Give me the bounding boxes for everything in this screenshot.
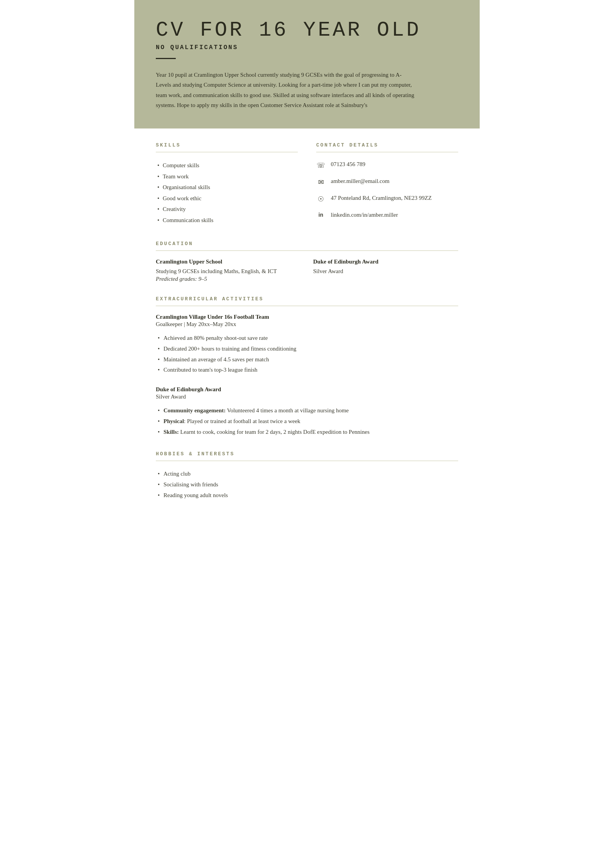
- award-detail: Silver Award: [313, 267, 458, 276]
- activities-container: Cramlington Village Under 16s Football T…: [156, 314, 458, 437]
- award-block: Duke of Edinburgh Award Silver Award: [313, 259, 458, 282]
- extracurricular-title: EXTRACURRICULAR ACTIVITIES: [156, 296, 458, 302]
- bullet-item: Maintained an average of 4.5 saves per m…: [156, 354, 458, 365]
- skill-item: Communication skills: [156, 215, 298, 226]
- hobby-item: Socialising with friends: [156, 479, 458, 490]
- header-bio: Year 10 pupil at Cramlington Upper Schoo…: [156, 70, 417, 110]
- activity-bullets: Community engagement: Volunteered 4 time…: [156, 405, 458, 437]
- award-name: Duke of Edinburgh Award: [313, 259, 458, 265]
- education-title: EDUCATION: [156, 241, 458, 247]
- school-block: Cramlington Upper School Studying 9 GCSE…: [156, 259, 301, 282]
- hobbies-title: HOBBIES & INTERESTS: [156, 451, 458, 457]
- skills-divider: [156, 152, 298, 152]
- skill-item: Team work: [156, 171, 298, 182]
- address-value: 47 Ponteland Rd, Cramlington, NE23 99ZZ: [331, 194, 432, 203]
- extracurricular-section: EXTRACURRICULAR ACTIVITIES Cramlington V…: [156, 296, 458, 437]
- predicted-grades: Predicted grades: 9–5: [156, 276, 301, 282]
- header-subtitle: NO QUALIFICATIONS: [156, 44, 458, 51]
- header-divider: [156, 58, 176, 59]
- linkedin-value: linkedin.com/in/amber.miller: [331, 211, 398, 219]
- contact-section: CONTACT DETAILS ☏ 07123 456 789 ✉ amber.…: [316, 142, 458, 226]
- bullet-item: Achieved an 80% penalty shoot-out save r…: [156, 333, 458, 344]
- email-icon: ✉: [316, 177, 325, 188]
- activity-bullets: Achieved an 80% penalty shoot-out save r…: [156, 333, 458, 376]
- linkedin-icon: in: [316, 211, 325, 219]
- activity-block: Cramlington Village Under 16s Football T…: [156, 314, 458, 376]
- skill-item: Organisational skills: [156, 182, 298, 193]
- education-divider: [156, 250, 458, 251]
- hobby-item: Reading young adult novels: [156, 490, 458, 501]
- header-section: CV FOR 16 YEAR OLD NO QUALIFICATIONS Yea…: [134, 0, 480, 128]
- education-section: EDUCATION Cramlington Upper School Study…: [156, 241, 458, 282]
- contact-divider: [316, 152, 458, 152]
- contact-title: CONTACT DETAILS: [316, 142, 458, 148]
- activity-org: Duke of Edinburgh Award: [156, 386, 458, 393]
- bullet-item: Community engagement: Volunteered 4 time…: [156, 405, 458, 416]
- page-title: CV FOR 16 YEAR OLD: [156, 18, 458, 42]
- skills-title: SKILLS: [156, 142, 298, 148]
- skills-section: SKILLS Computer skillsTeam workOrganisat…: [156, 142, 298, 226]
- phone-icon: ☏: [316, 160, 325, 171]
- contact-phone: ☏ 07123 456 789: [316, 160, 458, 171]
- phone-value: 07123 456 789: [331, 160, 365, 169]
- main-content: SKILLS Computer skillsTeam workOrganisat…: [134, 128, 480, 536]
- skills-contact-row: SKILLS Computer skillsTeam workOrganisat…: [156, 142, 458, 226]
- bullet-item: Skills: Learnt to cook, cooking for team…: [156, 427, 458, 438]
- skill-item: Computer skills: [156, 160, 298, 171]
- hobbies-divider: [156, 461, 458, 461]
- skills-list: Computer skillsTeam workOrganisational s…: [156, 160, 298, 226]
- email-value: amber.miller@email.com: [331, 177, 390, 186]
- bullet-item: Physical: Played or trained at football …: [156, 416, 458, 427]
- hobby-item: Acting club: [156, 469, 458, 479]
- bullet-item: Dedicated 200+ hours to training and fit…: [156, 344, 458, 354]
- contact-linkedin: in linkedin.com/in/amber.miller: [316, 211, 458, 219]
- skill-item: Good work ethic: [156, 193, 298, 204]
- contact-email: ✉ amber.miller@email.com: [316, 177, 458, 188]
- hobbies-section: HOBBIES & INTERESTS Acting clubSocialisi…: [156, 451, 458, 501]
- activity-role: Silver Award: [156, 394, 458, 400]
- activity-org: Cramlington Village Under 16s Football T…: [156, 314, 458, 320]
- contact-address: ☉ 47 Ponteland Rd, Cramlington, NE23 99Z…: [316, 194, 458, 204]
- school-name: Cramlington Upper School: [156, 259, 301, 265]
- bullet-item: Contributed to team's top-3 league finis…: [156, 365, 458, 376]
- activity-block: Duke of Edinburgh AwardSilver AwardCommu…: [156, 386, 458, 437]
- extracurricular-divider: [156, 306, 458, 306]
- activity-role: Goalkeeper | May 20xx–May 20xx: [156, 321, 458, 328]
- location-icon: ☉: [316, 194, 325, 204]
- skill-item: Creativity: [156, 204, 298, 215]
- hobbies-list: Acting clubSocialising with friendsReadi…: [156, 469, 458, 501]
- education-grid: Cramlington Upper School Studying 9 GCSE…: [156, 259, 458, 282]
- school-detail: Studying 9 GCSEs including Maths, Englis…: [156, 267, 301, 276]
